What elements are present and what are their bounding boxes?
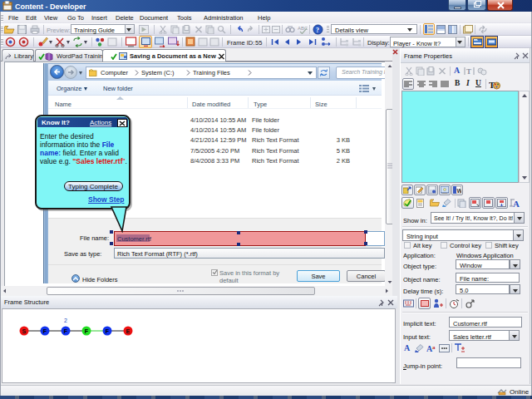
svg-text:2: 2 <box>64 318 67 323</box>
svg-text:W: W <box>457 188 462 194</box>
svg-text:A: A <box>513 199 520 208</box>
svg-text:F: F <box>64 328 68 334</box>
svg-text:T: T <box>466 67 471 76</box>
svg-text:F: F <box>106 328 110 334</box>
svg-text:F: F <box>43 328 47 334</box>
svg-text:E: E <box>126 328 131 334</box>
svg-text:F: F <box>85 328 89 334</box>
svg-text:ABC: ABC <box>298 26 308 31</box>
svg-text:S: S <box>22 328 27 334</box>
svg-text:?: ? <box>316 27 319 34</box>
svg-text:a: a <box>432 344 436 351</box>
